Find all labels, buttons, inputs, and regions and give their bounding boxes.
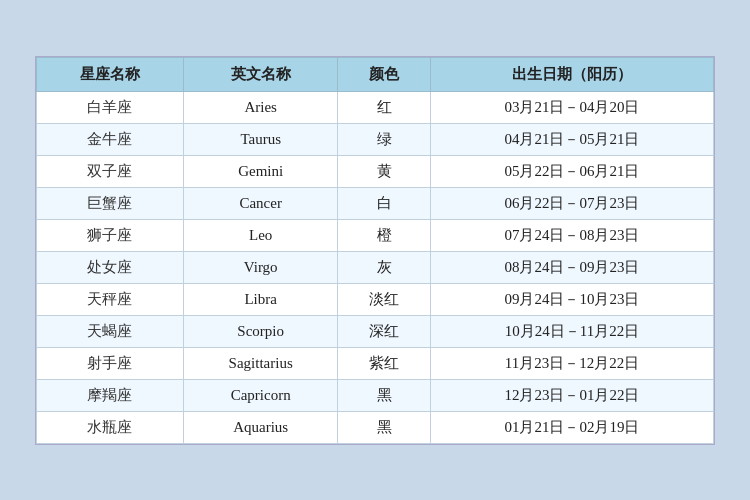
cell-english-name: Scorpio	[183, 315, 338, 347]
cell-dates: 03月21日－04月20日	[430, 91, 713, 123]
cell-dates: 12月23日－01月22日	[430, 379, 713, 411]
cell-color: 深红	[338, 315, 431, 347]
cell-english-name: Virgo	[183, 251, 338, 283]
cell-color: 灰	[338, 251, 431, 283]
header-chinese-name: 星座名称	[37, 57, 184, 91]
cell-dates: 04月21日－05月21日	[430, 123, 713, 155]
cell-chinese-name: 白羊座	[37, 91, 184, 123]
cell-dates: 09月24日－10月23日	[430, 283, 713, 315]
cell-color: 紫红	[338, 347, 431, 379]
cell-dates: 08月24日－09月23日	[430, 251, 713, 283]
cell-dates: 05月22日－06月21日	[430, 155, 713, 187]
cell-english-name: Libra	[183, 283, 338, 315]
cell-english-name: Cancer	[183, 187, 338, 219]
cell-english-name: Gemini	[183, 155, 338, 187]
cell-english-name: Aquarius	[183, 411, 338, 443]
table-row: 天蝎座Scorpio深红10月24日－11月22日	[37, 315, 714, 347]
cell-chinese-name: 金牛座	[37, 123, 184, 155]
cell-color: 黑	[338, 411, 431, 443]
cell-chinese-name: 水瓶座	[37, 411, 184, 443]
table-row: 金牛座Taurus绿04月21日－05月21日	[37, 123, 714, 155]
header-english-name: 英文名称	[183, 57, 338, 91]
cell-dates: 07月24日－08月23日	[430, 219, 713, 251]
cell-chinese-name: 狮子座	[37, 219, 184, 251]
header-birth-date: 出生日期（阳历）	[430, 57, 713, 91]
table-row: 天秤座Libra淡红09月24日－10月23日	[37, 283, 714, 315]
cell-chinese-name: 天蝎座	[37, 315, 184, 347]
cell-chinese-name: 巨蟹座	[37, 187, 184, 219]
cell-color: 白	[338, 187, 431, 219]
table-row: 摩羯座Capricorn黑12月23日－01月22日	[37, 379, 714, 411]
cell-english-name: Taurus	[183, 123, 338, 155]
table-row: 狮子座Leo橙07月24日－08月23日	[37, 219, 714, 251]
cell-dates: 06月22日－07月23日	[430, 187, 713, 219]
cell-color: 淡红	[338, 283, 431, 315]
header-color: 颜色	[338, 57, 431, 91]
table-row: 射手座Sagittarius紫红11月23日－12月22日	[37, 347, 714, 379]
cell-dates: 10月24日－11月22日	[430, 315, 713, 347]
zodiac-table-container: 星座名称 英文名称 颜色 出生日期（阳历） 白羊座Aries红03月21日－04…	[35, 56, 715, 445]
cell-chinese-name: 天秤座	[37, 283, 184, 315]
cell-chinese-name: 摩羯座	[37, 379, 184, 411]
table-row: 白羊座Aries红03月21日－04月20日	[37, 91, 714, 123]
table-row: 水瓶座Aquarius黑01月21日－02月19日	[37, 411, 714, 443]
table-row: 巨蟹座Cancer白06月22日－07月23日	[37, 187, 714, 219]
cell-chinese-name: 双子座	[37, 155, 184, 187]
cell-dates: 01月21日－02月19日	[430, 411, 713, 443]
cell-color: 黑	[338, 379, 431, 411]
cell-english-name: Sagittarius	[183, 347, 338, 379]
table-row: 处女座Virgo灰08月24日－09月23日	[37, 251, 714, 283]
cell-english-name: Leo	[183, 219, 338, 251]
cell-dates: 11月23日－12月22日	[430, 347, 713, 379]
cell-color: 红	[338, 91, 431, 123]
cell-english-name: Aries	[183, 91, 338, 123]
cell-color: 黄	[338, 155, 431, 187]
cell-chinese-name: 处女座	[37, 251, 184, 283]
cell-english-name: Capricorn	[183, 379, 338, 411]
cell-color: 绿	[338, 123, 431, 155]
table-row: 双子座Gemini黄05月22日－06月21日	[37, 155, 714, 187]
table-header-row: 星座名称 英文名称 颜色 出生日期（阳历）	[37, 57, 714, 91]
cell-color: 橙	[338, 219, 431, 251]
cell-chinese-name: 射手座	[37, 347, 184, 379]
zodiac-table: 星座名称 英文名称 颜色 出生日期（阳历） 白羊座Aries红03月21日－04…	[36, 57, 714, 444]
